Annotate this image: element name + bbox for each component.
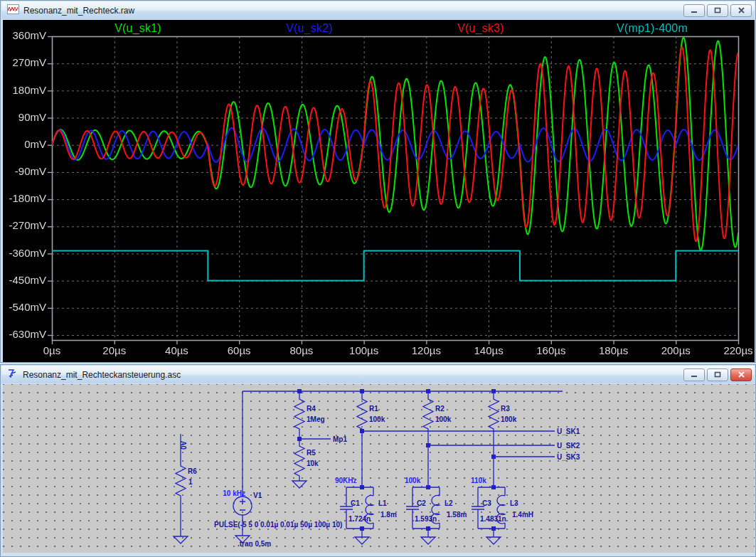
l2-value: 1.58m: [447, 511, 467, 519]
component-r5[interactable]: [294, 444, 304, 478]
trace-label-u_sk2[interactable]: V(u_sk2): [286, 22, 333, 35]
l2-name: L2: [444, 499, 453, 507]
minimize-button[interactable]: [683, 4, 705, 17]
trace-label-u_sk3[interactable]: V(u_sk3): [457, 22, 504, 35]
l3-value: 1.4mH: [512, 511, 533, 519]
v1-pulse-directive: PULSE(-5 5 0 0.01µ 0.01µ 50µ 100µ 10): [214, 521, 342, 529]
trace-label-u_sk1[interactable]: V(u_sk1): [115, 22, 161, 35]
component-r1[interactable]: [357, 397, 367, 431]
restore-button[interactable]: [707, 4, 728, 17]
tran-directive: .tran 0.5m: [238, 540, 271, 548]
waveform-window: Resonanz_mit_Rechteck.raw V(u_sk1) V(u_s…: [0, 0, 756, 363]
waveform-window-title: Resonanz_mit_Rechteck.raw: [23, 6, 134, 16]
net-label-u_sk2: U_SK2: [557, 442, 580, 450]
schematic-file-icon: [7, 368, 18, 382]
ltspice-workspace: Resonanz_mit_Rechteck.raw V(u_sk1) V(u_s…: [0, 0, 756, 557]
c1-value: 1.724n: [348, 515, 371, 523]
schematic-canvas[interactable]: R4 1Meg R1 100k R2 100k R3 100k R5 10k R…: [3, 384, 755, 553]
comment-10khz: 10 kHz: [223, 489, 245, 497]
comment-110k: 110k: [471, 477, 486, 484]
junctions: [297, 389, 496, 531]
schematic-window: Resonanz_mit_Rechteckansteuerung.asc: [0, 364, 756, 557]
tank-c1-l1[interactable]: [340, 487, 373, 537]
component-r2[interactable]: [423, 397, 433, 431]
component-r4[interactable]: [294, 397, 304, 431]
waveform-file-icon: [7, 4, 19, 17]
comment-100k: 100k: [405, 477, 421, 484]
r1-value: 100k: [369, 415, 385, 423]
r3-value: 100k: [501, 415, 517, 423]
r2-value: 100k: [435, 415, 452, 423]
l1-name: L1: [378, 499, 387, 507]
waveform-plot-area: V(u_sk1) V(u_sk2) V(u_sk3) V(mp1)-400m: [3, 20, 755, 362]
close-button[interactable]: [730, 4, 752, 17]
minimize-button[interactable]: [683, 368, 705, 381]
net-label-u_sk1: U_SK1: [557, 428, 580, 435]
schematic-titlebar[interactable]: Resonanz_mit_Rechteckansteuerung.asc: [1, 366, 755, 383]
r6-value: 1: [188, 478, 193, 486]
tank-c3-l3[interactable]: [472, 487, 505, 537]
v1-name: V1: [253, 492, 262, 499]
r5-value: 10k: [307, 460, 319, 467]
r3-name: R3: [501, 405, 510, 413]
waveform-plot[interactable]: [3, 20, 755, 362]
schematic-window-title: Resonanz_mit_Rechteckansteuerung.asc: [23, 370, 181, 380]
c2-value: 1.593n: [415, 515, 437, 523]
net-label-u_sk3: U_SK3: [557, 453, 580, 461]
c3-name: C3: [482, 499, 491, 507]
waveform-titlebar[interactable]: Resonanz_mit_Rechteck.raw: [1, 1, 755, 19]
r2-name: R2: [435, 405, 444, 413]
c2-name: C2: [417, 499, 426, 507]
c3-value: 1.4831n: [480, 515, 506, 523]
component-r3[interactable]: [489, 397, 499, 431]
l1-value: 1.8m: [380, 511, 397, 519]
tank-c2-l2[interactable]: [406, 487, 440, 537]
component-v1[interactable]: [233, 497, 252, 515]
restore-button[interactable]: [707, 368, 728, 381]
l3-name: L3: [510, 499, 518, 507]
r4-value: 1Meg: [307, 415, 325, 423]
trace-label-mp1[interactable]: V(mp1)-400m: [617, 22, 688, 35]
r6-name: R6: [188, 467, 197, 475]
close-button[interactable]: [730, 368, 752, 381]
r5-name: R5: [307, 449, 316, 457]
r1-name: R1: [369, 405, 378, 413]
c1-name: C1: [351, 499, 360, 507]
net-label-0v: 0V: [180, 440, 188, 450]
r4-name: R4: [307, 405, 316, 413]
net-label-mp1: Mp1: [333, 435, 347, 443]
comment-90khz: 90KHz: [335, 477, 357, 484]
component-r6[interactable]: [176, 464, 186, 498]
